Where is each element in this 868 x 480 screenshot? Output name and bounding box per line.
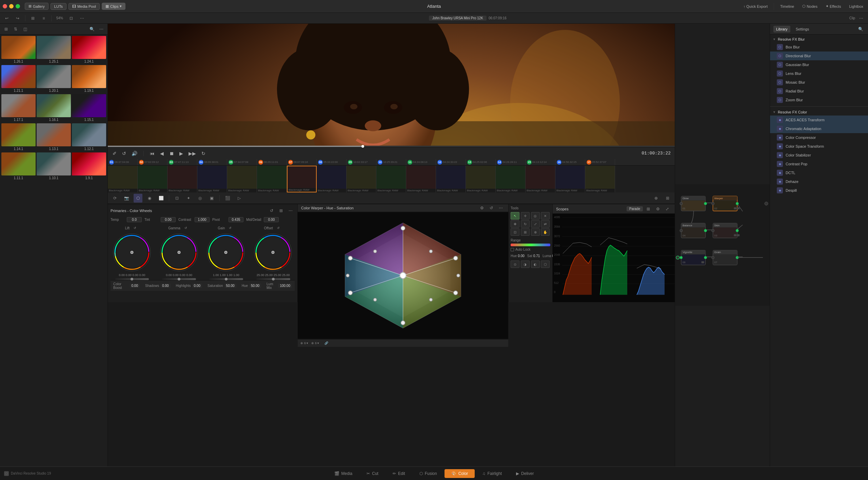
matte-button[interactable]: ▣ xyxy=(207,194,216,203)
timeline-clip[interactable]: Blackmagic RAW xyxy=(167,166,197,192)
saturation-value[interactable]: 50.00 xyxy=(224,284,236,288)
clip-item[interactable]: 1.20.1 xyxy=(37,65,71,93)
clip-item[interactable]: 1.15.1 xyxy=(72,94,106,122)
hue-value[interactable]: 50.00 xyxy=(249,284,261,288)
clip-item[interactable]: 1.14.1 xyxy=(1,123,36,151)
fx-space-transform[interactable]: ◈ Color Space Transform xyxy=(770,142,868,151)
wheel-reset-button[interactable]: ↺ xyxy=(268,207,276,214)
color-warper-button[interactable]: ⬡ xyxy=(134,194,142,203)
luts-button[interactable]: LUTs xyxy=(51,3,66,10)
timeline-clip[interactable]: Blackmagic RAW xyxy=(376,166,406,192)
hue-value[interactable]: 0.00 xyxy=(518,254,524,258)
stop-button[interactable]: ⏹ xyxy=(169,150,175,157)
range-bar[interactable] xyxy=(511,244,550,246)
gain-wheel-svg[interactable] xyxy=(206,233,245,272)
autolock-checkbox[interactable] xyxy=(511,248,514,251)
lightbox-button[interactable]: Lightbox xyxy=(847,4,865,9)
cw-svg[interactable] xyxy=(298,212,508,339)
loop-button[interactable]: ↻ xyxy=(201,150,206,157)
zoom-tool[interactable]: ⊕ xyxy=(531,228,540,236)
maximize-button[interactable] xyxy=(16,4,20,8)
timeline-clip[interactable]: Blackmagic RAW xyxy=(108,166,138,192)
blur-button[interactable]: ◎ xyxy=(196,194,204,203)
timeline-clip[interactable]: Blackmagic RAW xyxy=(496,166,526,192)
next-frame-button[interactable]: ▶▶ xyxy=(188,150,197,157)
clip-item[interactable]: 1.9.1 xyxy=(72,152,106,181)
timeline-clip[interactable]: Blackmagic RAW xyxy=(436,166,466,192)
close-button[interactable] xyxy=(3,4,7,8)
lum-mix-value[interactable]: 100.00 xyxy=(278,284,292,288)
wheel-more-button[interactable]: ⋯ xyxy=(287,207,295,214)
timeline-clip[interactable]: Blackmagic RAW xyxy=(555,166,585,192)
gamma-bar[interactable] xyxy=(162,278,196,280)
timeline-clip[interactable]: Blackmagic RAW xyxy=(526,166,555,192)
skip-start-button[interactable]: ⏮ xyxy=(149,150,155,157)
add-tool[interactable]: ✛ xyxy=(521,212,530,220)
clip-item[interactable]: 1.26.1 xyxy=(1,36,36,64)
library-tab[interactable]: Library xyxy=(773,26,790,33)
clip-item[interactable]: 1.16.1 xyxy=(37,94,71,122)
output-button[interactable]: ▷ xyxy=(235,194,243,203)
seek-thumb[interactable] xyxy=(361,145,364,148)
mid-value[interactable]: 0.00 xyxy=(264,217,279,222)
snap-tool[interactable]: ⊡ xyxy=(511,228,519,236)
lift-thumb[interactable] xyxy=(131,278,133,280)
lift-bar[interactable] xyxy=(115,278,149,280)
fx-box-blur[interactable]: ⬡ Box Blur xyxy=(770,43,868,51)
volume-button[interactable]: 🔊 xyxy=(131,150,138,157)
timeline-clip[interactable]: Blackmagic RAW xyxy=(227,166,257,192)
clips-button[interactable]: ▦ Clips ▾ xyxy=(102,3,125,10)
clip-filter-button[interactable]: ◫ xyxy=(21,25,29,33)
clip-view-toggle[interactable]: ⊞ xyxy=(2,25,10,33)
scope-settings-btn[interactable]: ⚙ xyxy=(654,205,662,213)
timeline-clip[interactable]: Blackmagic RAW xyxy=(466,166,496,192)
grid-view-button[interactable]: ⊞ xyxy=(29,15,37,22)
contrast-value[interactable]: 1.000 xyxy=(195,217,210,222)
tool-sub-3[interactable]: ◐ xyxy=(531,260,540,268)
cw-node-button[interactable]: ⊕ 6 ▾ xyxy=(311,339,319,347)
tool-sub-1[interactable]: ⊙ xyxy=(511,260,519,268)
timeline-clip[interactable]: Blackmagic RAW xyxy=(585,166,615,192)
fairlight-page-button[interactable]: ♫ Fairlight xyxy=(475,469,509,478)
clip-item[interactable]: 1.24.1 xyxy=(72,36,106,64)
power-window-button[interactable]: ⬜ xyxy=(157,194,165,203)
cw-canvas[interactable] xyxy=(298,212,508,339)
fx-lens-blur[interactable]: ⬡ Lens Blur xyxy=(770,69,868,78)
clip-sort-button[interactable]: ⇅ xyxy=(12,25,20,33)
gain-reset-button[interactable]: ↺ xyxy=(226,224,234,232)
clip-options-button[interactable]: ⋯ xyxy=(857,15,865,22)
offset-thumb[interactable] xyxy=(272,278,275,280)
offset-reset-button[interactable]: ↺ xyxy=(274,224,282,232)
gain-thumb[interactable] xyxy=(225,278,228,280)
rotate-tool[interactable]: ↻ xyxy=(521,220,530,228)
highlights-value[interactable]: 0.00 xyxy=(192,284,202,288)
fusion-page-button[interactable]: ⬡ Fusion xyxy=(413,469,444,478)
timeline-clip[interactable]: Blackmagic RAW xyxy=(257,166,287,192)
color-page-button[interactable]: 🎨 Color xyxy=(445,469,475,478)
fx-dctl[interactable]: ◈ DCTL xyxy=(770,168,868,177)
qualifier-button[interactable]: ◉ xyxy=(145,194,154,203)
color-boost-value[interactable]: 0.00 xyxy=(130,284,140,288)
edit-page-button[interactable]: ✏ Edit xyxy=(386,469,412,478)
clip-name-display[interactable]: John Brawley URSA Mini Pro 12K xyxy=(429,16,487,21)
more-button[interactable]: ⋯ xyxy=(97,25,105,33)
fx-directional-blur[interactable]: ⬡ Directional Blur xyxy=(770,51,868,60)
lift-wheel-svg[interactable] xyxy=(113,233,152,272)
grab-still-button[interactable]: 📷 xyxy=(122,194,131,203)
clip-item[interactable]: 1.25.1 xyxy=(37,36,71,64)
fx-blur-header[interactable]: ▼ Resolve FX Blur xyxy=(770,36,868,43)
offset-bar[interactable] xyxy=(256,278,290,280)
cw-settings-button[interactable]: ⚙ xyxy=(478,204,486,212)
fx-aces[interactable]: ◈ ACES ACES Transform xyxy=(770,116,868,124)
gallery-button[interactable]: ⊞ Gallery xyxy=(25,3,48,10)
shadows-value[interactable]: 0.00 xyxy=(160,284,170,288)
wheel-copy-button[interactable]: ⊞ xyxy=(277,207,285,214)
tool-sub-4[interactable]: ⬡ xyxy=(541,260,550,268)
gamma-reset-button[interactable]: ↺ xyxy=(182,224,190,232)
select-tool[interactable]: ◎ xyxy=(531,212,540,220)
fx-despill[interactable]: ◈ Despill xyxy=(770,186,868,195)
fx-gaussian-blur[interactable]: ⬡ Gaussian Blur xyxy=(770,60,868,69)
clip-item[interactable]: 1.19.1 xyxy=(72,65,106,93)
play-button[interactable]: ▶ xyxy=(179,150,184,157)
fx-dehaze[interactable]: ◈ Dehaze xyxy=(770,177,868,186)
